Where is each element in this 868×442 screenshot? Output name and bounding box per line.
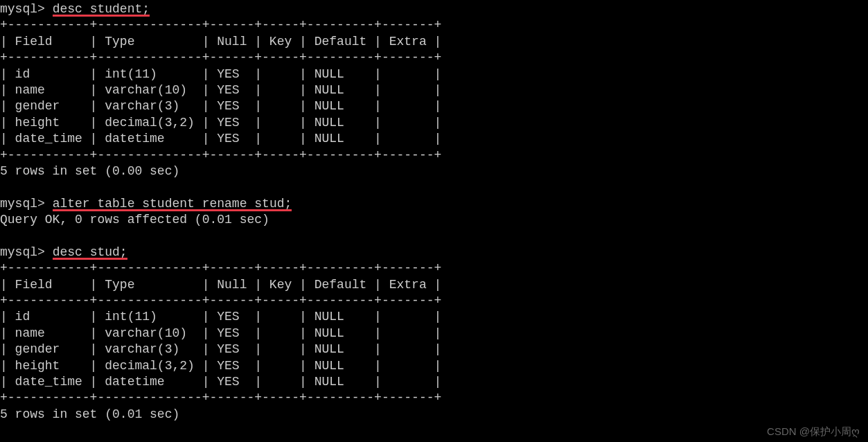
prompt-line-1: mysql> desc student; bbox=[0, 1, 868, 17]
table2-row-4: | date_time | datetime | YES | | NULL | … bbox=[0, 374, 868, 390]
prompt: mysql> bbox=[0, 2, 53, 16]
blank-2 bbox=[0, 228, 868, 244]
command-3: desc stud; bbox=[53, 245, 127, 259]
watermark: CSDN @保护小周ღ bbox=[767, 425, 860, 439]
table2-row-3: | height | decimal(3,2) | YES | | NULL |… bbox=[0, 358, 868, 374]
prompt-line-3: mysql> desc stud; bbox=[0, 245, 868, 260]
query-ok: Query OK, 0 rows affected (0.01 sec) bbox=[0, 212, 868, 228]
table1-border-bot: +-----------+--------------+------+-----… bbox=[0, 148, 868, 163]
table2-border-bot: +-----------+--------------+------+-----… bbox=[0, 390, 868, 406]
table2-border-mid: +-----------+--------------+------+-----… bbox=[0, 293, 868, 309]
table1-row-2: | gender | varchar(3) | YES | | NULL | | bbox=[0, 98, 868, 114]
table1-row-1: | name | varchar(10) | YES | | NULL | | bbox=[0, 82, 868, 98]
prompt-line-2: mysql> alter table student rename stud; bbox=[0, 196, 868, 212]
prompt: mysql> bbox=[0, 245, 53, 259]
rows-in-set-2: 5 rows in set (0.01 sec) bbox=[0, 407, 868, 423]
table2-header: | Field | Type | Null | Key | Default | … bbox=[0, 277, 868, 293]
table2-row-0: | id | int(11) | YES | | NULL | | bbox=[0, 309, 868, 325]
command-1: desc student; bbox=[53, 2, 150, 16]
table1-row-0: | id | int(11) | YES | | NULL | | bbox=[0, 67, 868, 82]
table2-row-1: | name | varchar(10) | YES | | NULL | | bbox=[0, 326, 868, 342]
table1-border-top: +-----------+--------------+------+-----… bbox=[0, 17, 868, 33]
table1-row-4: | date_time | datetime | YES | | NULL | … bbox=[0, 131, 868, 147]
table1-header: | Field | Type | Null | Key | Default | … bbox=[0, 34, 868, 50]
rows-in-set-1: 5 rows in set (0.00 sec) bbox=[0, 163, 868, 179]
table2-border-top: +-----------+--------------+------+-----… bbox=[0, 260, 868, 276]
blank-1 bbox=[0, 179, 868, 195]
command-2: alter table student rename stud; bbox=[53, 197, 292, 211]
table2-row-2: | gender | varchar(3) | YES | | NULL | | bbox=[0, 342, 868, 357]
table1-row-3: | height | decimal(3,2) | YES | | NULL |… bbox=[0, 115, 868, 131]
table1-border-mid: +-----------+--------------+------+-----… bbox=[0, 50, 868, 66]
prompt: mysql> bbox=[0, 197, 53, 211]
